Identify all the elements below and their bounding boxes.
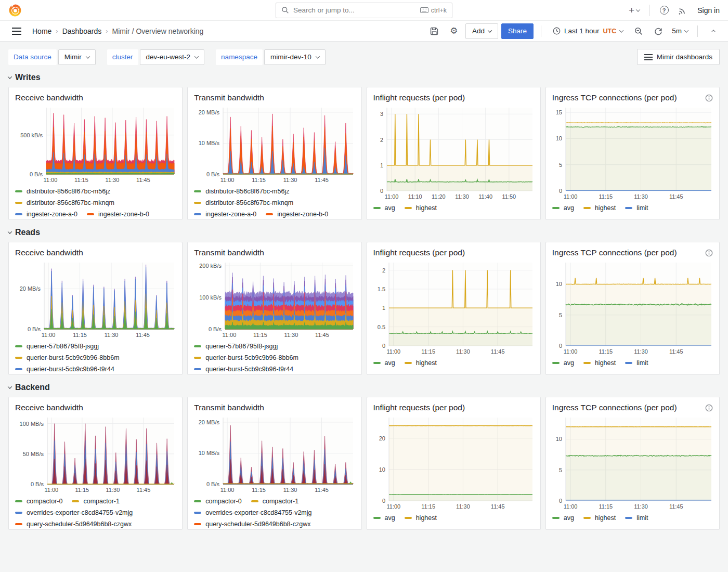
legend-item[interactable]: querier-burst-5cb9c9b96-8bb6m (194, 352, 298, 363)
panel-title[interactable]: Transmit bandwidth (194, 93, 264, 102)
search-bar[interactable]: ctrl+k (276, 3, 452, 18)
info-icon[interactable] (705, 249, 713, 257)
add-new-button[interactable]: + (626, 2, 643, 19)
panel-title[interactable]: Receive bandwidth (15, 93, 83, 102)
legend-item[interactable]: ingester-zone-a-0 (194, 209, 256, 220)
legend-item[interactable]: highest (583, 202, 616, 214)
help-button[interactable]: ? (656, 2, 672, 19)
legend-label: compactor-1 (263, 498, 298, 505)
legend-item[interactable]: distributor-856c8f67bc-m56jz (15, 186, 110, 197)
legend-item[interactable]: limit (625, 202, 648, 214)
svg-text:5: 5 (559, 162, 562, 168)
panel-title[interactable]: Ingress TCP connections (per pod) (552, 93, 677, 102)
variable-select-namespace[interactable]: mimir-dev-10 (264, 49, 326, 65)
dashboard-settings-button[interactable]: ⚙ (446, 23, 462, 40)
legend-item[interactable]: avg (373, 512, 395, 524)
legend-item[interactable]: ingester-zone-b-0 (266, 209, 328, 220)
legend-item[interactable]: ingester-zone-b-0 (87, 209, 149, 220)
refresh-button[interactable] (650, 23, 667, 40)
legend-item[interactable]: avg (552, 357, 574, 369)
legend-item[interactable]: avg (373, 357, 395, 369)
variable-select-datasource[interactable]: Mimir (58, 49, 96, 65)
panel-title[interactable]: Inflight requests (per pod) (373, 93, 465, 102)
collapse-toolbar-button[interactable] (705, 23, 722, 40)
share-button[interactable]: Share (501, 23, 534, 39)
sign-in-link[interactable]: Sign in (697, 6, 720, 15)
legend-item[interactable]: compactor-1 (251, 496, 298, 507)
legend-item[interactable]: compactor-0 (15, 496, 62, 507)
svg-text:2: 2 (380, 137, 383, 143)
legend-item[interactable]: highest (583, 357, 616, 369)
breadcrumb: Home › Dashboards › Mimir / Overview net… (32, 27, 203, 35)
legend-item[interactable]: distributor-856c8f67bc-m56jz (194, 186, 289, 197)
time-series-chart[interactable]: 051011:0011:1511:3011:45 (552, 415, 714, 511)
time-series-chart[interactable]: 0 B/s20 MB/s11:0011:1511:3011:45 (15, 261, 177, 340)
legend-item[interactable]: ingester-zone-a-0 (15, 209, 77, 220)
row-header-writes[interactable]: Writes (8, 73, 720, 82)
legend-item[interactable]: limit (625, 512, 648, 524)
time-series-chart[interactable]: 05101511:0011:1511:3011:45 (552, 106, 714, 201)
panel-title[interactable]: Transmit bandwidth (194, 248, 264, 257)
variable-select-cluster[interactable]: dev-eu-west-2 (140, 49, 205, 65)
svg-text:11:45: 11:45 (490, 348, 504, 355)
svg-text:11:45: 11:45 (669, 503, 683, 510)
time-series-chart[interactable]: 0102011:0011:1511:3011:45 (373, 415, 535, 511)
time-series-chart[interactable]: 051011:0011:1511:3011:45 (552, 261, 714, 356)
legend-item[interactable]: avg (373, 202, 395, 214)
legend-item[interactable]: avg (552, 512, 574, 524)
legend-item[interactable]: query-scheduler-5d9649b6b8-czgwx (194, 518, 310, 530)
time-series-chart[interactable]: 0 B/s100 kB/s200 kB/s11:0011:1511:3011:4… (194, 261, 356, 340)
legend-item[interactable]: query-scheduler-5d9649b6b8-czgwx (15, 518, 132, 530)
panel-title[interactable]: Transmit bandwidth (194, 403, 264, 412)
time-series-chart[interactable]: 012311:0011:1011:2011:3011:4011:50 (373, 106, 535, 201)
legend-item[interactable]: querier-burst-5cb9c9b96-8bb6m (15, 352, 120, 363)
grafana-logo-icon[interactable] (8, 3, 22, 17)
legend-item[interactable]: distributor-856c8f67bc-mknqm (15, 197, 114, 209)
zoom-out-time-button[interactable] (630, 23, 647, 40)
legend-item[interactable]: highest (405, 202, 437, 214)
legend-item[interactable]: avg (552, 202, 574, 214)
legend-item[interactable]: querier-burst-5cb9c9b96-t9r44 (194, 363, 293, 375)
legend-item[interactable]: querier-57b86795f8-jsggj (194, 341, 278, 352)
legend-item[interactable]: overrides-exporter-c8cd84755-v2mjg (15, 507, 133, 518)
news-button[interactable] (674, 2, 691, 19)
info-icon[interactable] (705, 404, 713, 412)
time-series-chart[interactable]: 0 B/s500 kB/s11:0011:1511:3011:45 (15, 106, 177, 185)
refresh-interval-picker[interactable]: 5m (670, 27, 690, 35)
panel-title[interactable]: Receive bandwidth (15, 403, 83, 412)
mega-menu-button[interactable] (8, 23, 25, 40)
time-series-chart[interactable]: 0 B/s10 MB/s20 MB/s11:0011:1511:3011:45 (194, 106, 356, 185)
panel-title[interactable]: Inflight requests (per pod) (373, 248, 465, 257)
time-series-chart[interactable]: 0 B/s50 MB/s100 MB/s11:0011:1511:3011:45 (15, 415, 177, 495)
time-series-chart[interactable]: 00.511.5211:0011:1511:3011:45 (373, 261, 535, 356)
panel-title[interactable]: Inflight requests (per pod) (373, 403, 465, 412)
search-input[interactable] (293, 6, 416, 14)
save-dashboard-button[interactable] (426, 23, 443, 40)
panel-title[interactable]: Receive bandwidth (15, 248, 83, 257)
legend-item[interactable]: querier-burst-5cb9c9b96-t9r44 (15, 363, 114, 375)
legend-item[interactable]: distributor-856c8f67bc-mknqm (194, 197, 293, 209)
panel-title[interactable]: Ingress TCP connections (per pod) (552, 403, 677, 412)
breadcrumb-dashboards[interactable]: Dashboards (62, 27, 102, 35)
svg-text:100 MB/s: 100 MB/s (20, 421, 44, 427)
time-series-chart[interactable]: 0 B/s10 MB/s20 MB/s11:0011:1511:3011:45 (194, 415, 356, 495)
add-panel-button[interactable]: Add (465, 23, 498, 39)
legend-item[interactable]: overrides-exporter-c8cd84755-v2mjg (194, 507, 311, 518)
legend-item[interactable]: compactor-1 (72, 496, 119, 507)
breadcrumb-home[interactable]: Home (32, 27, 51, 35)
legend: avghighestlimit (552, 512, 713, 524)
legend-item[interactable]: highest (583, 512, 616, 524)
time-range-picker[interactable]: Last 1 hour UTC (549, 23, 627, 39)
info-icon[interactable] (705, 94, 713, 102)
legend-label: highest (416, 514, 437, 522)
legend-swatch (194, 500, 201, 502)
mimir-dashboards-button[interactable]: Mimir dashboards (637, 49, 720, 65)
legend-item[interactable]: compactor-0 (194, 496, 241, 507)
legend-item[interactable]: limit (625, 357, 648, 369)
legend-item[interactable]: querier-57b86795f8-jsggj (15, 341, 99, 352)
row-header-backend[interactable]: Backend (8, 383, 720, 392)
legend-item[interactable]: highest (405, 357, 437, 369)
panel-title[interactable]: Ingress TCP connections (per pod) (552, 248, 677, 257)
row-header-reads[interactable]: Reads (8, 228, 720, 237)
legend-item[interactable]: highest (405, 512, 437, 524)
